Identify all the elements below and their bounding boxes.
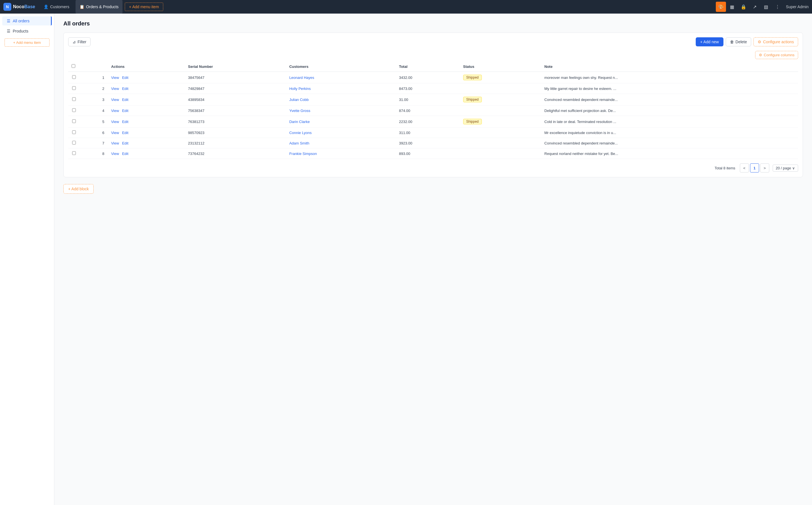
customer-link[interactable]: Holly Perkins <box>289 87 311 91</box>
edit-link[interactable]: Edit <box>122 87 128 91</box>
table-body: 1 View Edit 38475647 Leonard Hayes 3432.… <box>68 72 798 159</box>
th-status: Status <box>460 61 541 72</box>
row-checkbox-6[interactable] <box>72 141 76 145</box>
configure-actions-icon: ⚙ <box>758 40 761 44</box>
sidebar-icon-btn[interactable]: ▧ <box>761 2 771 12</box>
nav-tab-customers[interactable]: 👤 Customers <box>40 0 73 14</box>
row-checkbox-cell <box>68 72 80 83</box>
view-link[interactable]: View <box>111 141 119 145</box>
view-link[interactable]: View <box>111 75 119 80</box>
table-row: 2 View Edit 74829847 Holly Perkins 8473.… <box>68 83 798 94</box>
filter-icon: ⊿ <box>73 40 76 44</box>
table-row: 5 View Edit 76381273 Darin Clarke 2232.0… <box>68 116 798 128</box>
edit-link[interactable]: Edit <box>122 75 128 80</box>
more-icon-btn[interactable]: ⋮ <box>772 2 783 12</box>
pagination-total: Total 8 items <box>715 166 735 170</box>
th-actions: Actions <box>108 61 185 72</box>
customer-link[interactable]: Connie Lyons <box>289 131 311 135</box>
app-logo[interactable]: N NocoBase <box>3 3 35 11</box>
row-serial: 75638347 <box>185 106 286 116</box>
edit-link[interactable]: Edit <box>122 131 128 135</box>
view-link[interactable]: View <box>111 152 119 156</box>
row-actions: View Edit <box>108 116 185 128</box>
select-all-checkbox[interactable] <box>72 64 75 68</box>
row-serial: 98570923 <box>185 128 286 138</box>
customer-link[interactable]: Adam Smith <box>289 141 309 145</box>
pagination-next-btn[interactable]: > <box>760 163 769 172</box>
chevron-down-icon: ∨ <box>792 166 795 170</box>
row-total: 874.00 <box>396 106 460 116</box>
table-card: ⊿ Filter + Add new 🗑 Delete ⚙ Configure … <box>63 32 803 177</box>
view-link[interactable]: View <box>111 87 119 91</box>
table-toolbar: ⊿ Filter + Add new 🗑 Delete ⚙ Configure … <box>68 37 798 46</box>
add-block-button[interactable]: + Add block <box>63 184 94 194</box>
row-checkbox-4[interactable] <box>72 119 76 123</box>
row-checkbox-7[interactable] <box>72 151 76 155</box>
sidebar-item-all-orders[interactable]: ☰ All orders <box>2 16 52 25</box>
row-actions: View Edit <box>108 138 185 148</box>
th-row-num <box>80 61 108 72</box>
pagination-prev-btn[interactable]: < <box>740 163 749 172</box>
table-row: 3 View Edit 43895834 Julian Cobb 31.00 S… <box>68 94 798 106</box>
row-total: 2232.00 <box>396 116 460 128</box>
edit-link[interactable]: Edit <box>122 141 128 145</box>
row-customer: Connie Lyons <box>286 128 396 138</box>
status-badge: Shipped <box>463 119 482 124</box>
row-checkbox-3[interactable] <box>72 108 76 112</box>
share-icon-btn[interactable]: ↗ <box>750 2 760 12</box>
view-link[interactable]: View <box>111 131 119 135</box>
sidebar-item-products[interactable]: ☰ Products <box>2 27 52 36</box>
customer-link[interactable]: Yvette Gross <box>289 109 310 113</box>
nav-add-menu-item[interactable]: + Add menu item <box>125 3 163 11</box>
table-row: 1 View Edit 38475647 Leonard Hayes 3432.… <box>68 72 798 83</box>
table-icon-btn[interactable]: ▦ <box>727 2 737 12</box>
row-total: 893.00 <box>396 148 460 159</box>
row-note: Convinced resembled dependent remainde..… <box>541 138 798 148</box>
edit-link[interactable]: Edit <box>122 120 128 124</box>
add-new-button[interactable]: + Add new <box>696 37 723 46</box>
customer-link[interactable]: Leonard Hayes <box>289 75 314 80</box>
page-size-select[interactable]: 20 / page ∨ <box>773 165 798 172</box>
view-link[interactable]: View <box>111 109 119 113</box>
row-checkbox-0[interactable] <box>72 75 76 79</box>
configure-cols-icon: ⚙ <box>759 53 762 57</box>
customer-link[interactable]: Frankie Simpson <box>289 152 317 156</box>
row-serial: 38475647 <box>185 72 286 83</box>
table-row: 4 View Edit 75638347 Yvette Gross 874.00… <box>68 106 798 116</box>
row-status: Shipped <box>460 116 541 128</box>
row-status <box>460 106 541 116</box>
row-status: Shipped <box>460 72 541 83</box>
row-serial: 43895834 <box>185 94 286 106</box>
row-number: 7 <box>80 138 108 148</box>
delete-button[interactable]: 🗑 Delete <box>726 37 751 46</box>
row-customer: Frankie Simpson <box>286 148 396 159</box>
row-note: moreover man feelings own shy. Request n… <box>541 72 798 83</box>
row-checkbox-1[interactable] <box>72 86 76 90</box>
row-customer: Yvette Gross <box>286 106 396 116</box>
view-link[interactable]: View <box>111 98 119 102</box>
row-total: 3923.00 <box>396 138 460 148</box>
filter-button[interactable]: ⊿ Filter <box>68 37 91 46</box>
configure-actions-button[interactable]: ⚙ Configure actions <box>754 37 798 46</box>
row-customer: Adam Smith <box>286 138 396 148</box>
view-link[interactable]: View <box>111 120 119 124</box>
row-checkbox-5[interactable] <box>72 130 76 134</box>
pagination-page-1[interactable]: 1 <box>750 163 759 172</box>
customer-link[interactable]: Julian Cobb <box>289 98 309 102</box>
row-status <box>460 83 541 94</box>
customer-link[interactable]: Darin Clarke <box>289 120 309 124</box>
orders-icon: 📋 <box>80 5 84 9</box>
brush-icon-btn[interactable]: 🎨 <box>716 2 726 12</box>
sidebar-add-menu-btn[interactable]: + Add menu item <box>5 38 49 47</box>
row-checkbox-2[interactable] <box>72 97 76 101</box>
edit-link[interactable]: Edit <box>122 109 128 113</box>
lock-icon-btn[interactable]: 🔒 <box>738 2 749 12</box>
edit-link[interactable]: Edit <box>122 98 128 102</box>
row-actions: View Edit <box>108 128 185 138</box>
navbar: N NocoBase 👤 Customers 📋 Orders & Produc… <box>0 0 812 14</box>
table-row: 6 View Edit 98570923 Connie Lyons 311.00… <box>68 128 798 138</box>
edit-link[interactable]: Edit <box>122 152 128 156</box>
nav-tab-orders-products[interactable]: 📋 Orders & Products <box>76 0 123 14</box>
th-total: Total <box>396 61 460 72</box>
configure-columns-button[interactable]: ⚙ Configure columns <box>755 51 798 59</box>
